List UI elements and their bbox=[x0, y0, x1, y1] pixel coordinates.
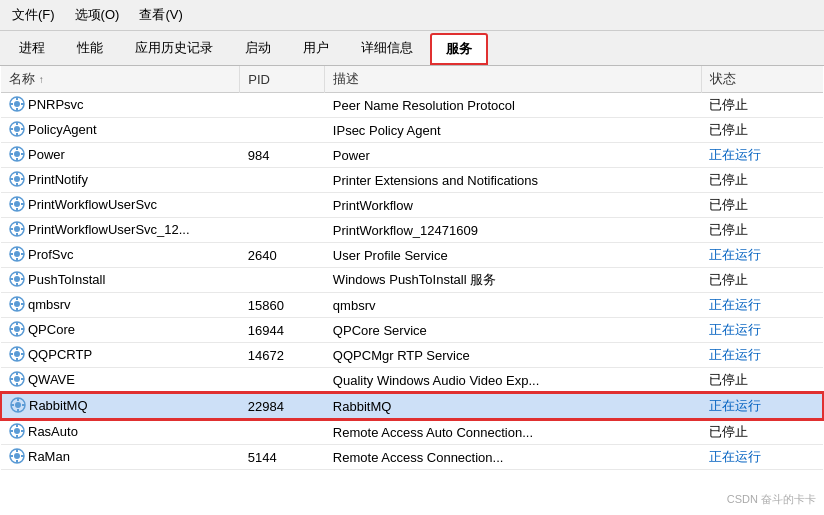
tab-performance[interactable]: 性能 bbox=[62, 33, 118, 65]
svg-rect-51 bbox=[16, 308, 18, 311]
table-row[interactable]: PolicyAgentIPsec Policy Agent已停止 bbox=[1, 118, 823, 143]
svg-point-7 bbox=[14, 126, 20, 132]
col-header-status[interactable]: 状态 bbox=[701, 66, 823, 93]
svg-rect-4 bbox=[10, 103, 13, 105]
sort-arrow-name: ↑ bbox=[39, 74, 44, 85]
service-icon bbox=[9, 122, 28, 137]
table-row[interactable]: QWAVEQuality Windows Audio Video Exp...已… bbox=[1, 368, 823, 394]
tab-users[interactable]: 用户 bbox=[288, 33, 344, 65]
svg-rect-22 bbox=[10, 178, 13, 180]
table-row[interactable]: PNRPsvcPeer Name Resolution Protocol已停止 bbox=[1, 93, 823, 118]
services-table: 名称 ↑ PID 描述 状态 bbox=[0, 66, 824, 470]
cell-pid bbox=[240, 193, 325, 218]
menu-options[interactable]: 选项(O) bbox=[71, 4, 124, 26]
menu-view[interactable]: 查看(V) bbox=[135, 4, 186, 26]
svg-rect-41 bbox=[21, 253, 24, 255]
table-row[interactable]: Power984Power正在运行 bbox=[1, 143, 823, 168]
svg-rect-34 bbox=[10, 228, 13, 230]
table-row[interactable]: RasAutoRemote Access Auto Connection...已… bbox=[1, 419, 823, 445]
tab-startup[interactable]: 启动 bbox=[230, 33, 286, 65]
svg-rect-89 bbox=[21, 455, 24, 457]
cell-description: Power bbox=[325, 143, 702, 168]
svg-rect-62 bbox=[16, 347, 18, 350]
svg-rect-33 bbox=[16, 233, 18, 236]
svg-point-55 bbox=[14, 326, 20, 332]
tab-process[interactable]: 进程 bbox=[4, 33, 60, 65]
service-icon bbox=[9, 297, 28, 312]
cell-pid bbox=[240, 168, 325, 193]
svg-point-61 bbox=[14, 351, 20, 357]
col-header-name[interactable]: 名称 ↑ bbox=[1, 66, 240, 93]
table-row[interactable]: PushToInstallWindows PushToInstall 服务已停止 bbox=[1, 268, 823, 293]
table-row[interactable]: PrintNotifyPrinter Extensions and Notifi… bbox=[1, 168, 823, 193]
cell-description: PrintWorkflow_12471609 bbox=[325, 218, 702, 243]
tab-services[interactable]: 服务 bbox=[430, 33, 488, 65]
table-row[interactable]: PrintWorkflowUserSvcPrintWorkflow已停止 bbox=[1, 193, 823, 218]
service-icon bbox=[9, 424, 28, 439]
menu-file[interactable]: 文件(F) bbox=[8, 4, 59, 26]
col-header-pid[interactable]: PID bbox=[240, 66, 325, 93]
cell-status: 正在运行 bbox=[701, 143, 823, 168]
cell-description: Remote Access Auto Connection... bbox=[325, 419, 702, 445]
svg-point-13 bbox=[14, 151, 20, 157]
cell-pid bbox=[240, 419, 325, 445]
cell-service-name: RabbitMQ bbox=[1, 393, 240, 419]
svg-rect-2 bbox=[16, 97, 18, 100]
cell-pid bbox=[240, 218, 325, 243]
svg-point-73 bbox=[15, 402, 21, 408]
cell-service-name: ProfSvc bbox=[1, 243, 240, 268]
table-row[interactable]: RabbitMQ22984RabbitMQ正在运行 bbox=[1, 393, 823, 419]
service-icon bbox=[9, 222, 28, 237]
service-icon bbox=[9, 197, 28, 212]
cell-pid bbox=[240, 118, 325, 143]
cell-status: 正在运行 bbox=[701, 445, 823, 470]
cell-status: 已停止 bbox=[701, 118, 823, 143]
svg-rect-38 bbox=[16, 247, 18, 250]
svg-rect-32 bbox=[16, 222, 18, 225]
svg-rect-76 bbox=[11, 404, 14, 406]
cell-status: 正在运行 bbox=[701, 393, 823, 419]
table-row[interactable]: PrintWorkflowUserSvc_12...PrintWorkflow_… bbox=[1, 218, 823, 243]
cell-description: RabbitMQ bbox=[325, 393, 702, 419]
svg-rect-14 bbox=[16, 147, 18, 150]
svg-rect-64 bbox=[10, 353, 13, 355]
svg-rect-15 bbox=[16, 158, 18, 161]
cell-pid: 14672 bbox=[240, 343, 325, 368]
table-row[interactable]: ProfSvc2640User Profile Service正在运行 bbox=[1, 243, 823, 268]
svg-rect-21 bbox=[16, 183, 18, 186]
cell-description: Printer Extensions and Notifications bbox=[325, 168, 702, 193]
service-icon bbox=[9, 372, 28, 387]
svg-rect-9 bbox=[16, 133, 18, 136]
cell-description: Quality Windows Audio Video Exp... bbox=[325, 368, 702, 394]
svg-point-79 bbox=[14, 428, 20, 434]
cell-service-name: QPCore bbox=[1, 318, 240, 343]
svg-rect-69 bbox=[16, 383, 18, 386]
cell-service-name: qmbsrv bbox=[1, 293, 240, 318]
table-row[interactable]: qmbsrv15860qmbsrv正在运行 bbox=[1, 293, 823, 318]
svg-rect-29 bbox=[21, 203, 24, 205]
table-row[interactable]: QQPCRTP14672QQPCMgr RTP Service正在运行 bbox=[1, 343, 823, 368]
tab-app-history[interactable]: 应用历史记录 bbox=[120, 33, 228, 65]
svg-point-37 bbox=[14, 251, 20, 257]
svg-point-85 bbox=[14, 453, 20, 459]
svg-rect-20 bbox=[16, 172, 18, 175]
svg-rect-27 bbox=[16, 208, 18, 211]
svg-rect-71 bbox=[21, 378, 24, 380]
col-header-desc[interactable]: 描述 bbox=[325, 66, 702, 93]
table-row[interactable]: RaMan5144Remote Access Connection...正在运行 bbox=[1, 445, 823, 470]
tab-details[interactable]: 详细信息 bbox=[346, 33, 428, 65]
cell-pid bbox=[240, 268, 325, 293]
svg-rect-82 bbox=[10, 430, 13, 432]
cell-status: 已停止 bbox=[701, 268, 823, 293]
svg-rect-65 bbox=[21, 353, 24, 355]
cell-status: 正在运行 bbox=[701, 318, 823, 343]
svg-rect-16 bbox=[10, 153, 13, 155]
table-row[interactable]: QPCore16944QPCore Service正在运行 bbox=[1, 318, 823, 343]
services-table-body: PNRPsvcPeer Name Resolution Protocol已停止 … bbox=[1, 93, 823, 470]
svg-rect-35 bbox=[21, 228, 24, 230]
service-icon bbox=[9, 449, 28, 464]
cell-description: Peer Name Resolution Protocol bbox=[325, 93, 702, 118]
svg-rect-74 bbox=[17, 398, 19, 401]
cell-service-name: PrintWorkflowUserSvc_12... bbox=[1, 218, 240, 243]
svg-rect-80 bbox=[16, 424, 18, 427]
